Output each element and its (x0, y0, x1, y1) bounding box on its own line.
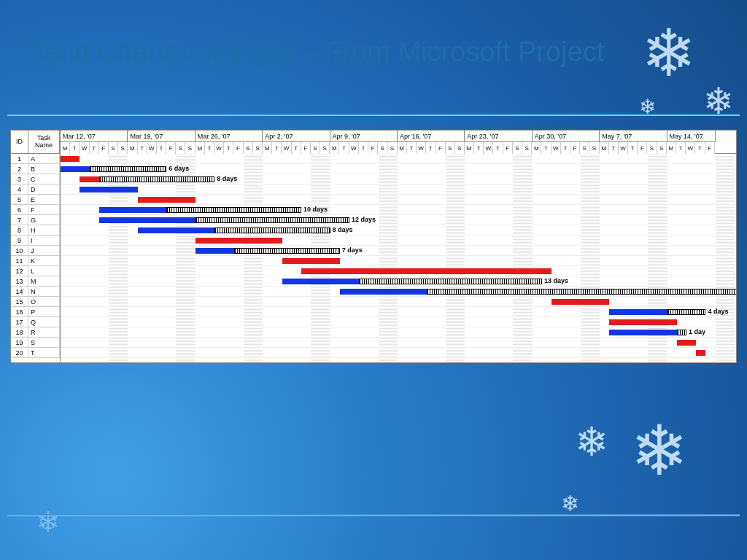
day-header: T (493, 142, 503, 154)
critical-bar (138, 197, 196, 203)
table-row: 14N (11, 287, 60, 297)
gantt-row: 4 days (61, 307, 736, 317)
gantt-row: 7 days (61, 246, 736, 256)
task-name: Q (28, 317, 60, 327)
day-header: M (667, 142, 676, 154)
task-id: 18 (11, 327, 28, 337)
day-header: S (446, 142, 455, 154)
slack-bar (90, 166, 167, 172)
day-header: S (589, 142, 599, 154)
normal-bar (609, 330, 676, 335)
day-header: T (205, 142, 214, 154)
critical-bar (61, 156, 80, 162)
table-row: 13M (11, 276, 60, 287)
task-id: 15 (11, 297, 28, 306)
day-header: F (705, 142, 715, 154)
slack-label: 6 days (169, 165, 189, 172)
gantt-row: 6 days (61, 164, 736, 174)
day-header: M (532, 142, 541, 154)
gantt-chart: ID Task Name 1A2B3C4D5E6F7G8H9I10J11K12L… (10, 130, 737, 363)
day-header: W (147, 142, 157, 154)
gantt-row: 8 days (61, 174, 736, 184)
gantt-row (61, 348, 736, 358)
slack-label: 10 days (303, 206, 328, 213)
normal-bar (99, 207, 166, 213)
table-row: 20T (11, 348, 60, 358)
task-id: 12 (11, 266, 28, 276)
task-name: S (28, 338, 60, 347)
gantt-row (61, 287, 736, 297)
day-header: S (657, 142, 667, 154)
day-header: S (109, 142, 118, 154)
week-header: Apr 16, '07 (398, 131, 465, 142)
column-header-taskname: Task Name (28, 131, 60, 154)
normal-bar (80, 187, 137, 192)
gantt-row (61, 266, 736, 276)
slack-label: 13 days (544, 277, 568, 284)
normal-bar (196, 248, 234, 254)
table-row: 4D (11, 184, 60, 195)
critical-bar (282, 258, 340, 264)
gantt-row (61, 184, 736, 195)
gantt-row: 1 day (61, 327, 736, 338)
day-header: F (638, 142, 647, 154)
table-row: 19S (11, 338, 60, 348)
gantt-row (61, 297, 736, 307)
table-row: 11K (11, 256, 60, 266)
table-row: 12L (11, 266, 60, 276)
task-name: T (28, 348, 60, 357)
task-id: 1 (11, 154, 28, 163)
day-header: T (628, 142, 638, 154)
day-header: S (522, 142, 532, 154)
critical-bar (609, 319, 676, 325)
day-header: M (465, 142, 474, 154)
gantt-row (61, 236, 736, 246)
slack-bar (214, 228, 330, 233)
snowflake-icon: ❄ (641, 15, 696, 91)
week-header: May 7, '07 (600, 131, 667, 142)
day-header: M (128, 142, 137, 154)
day-header: T (339, 142, 349, 154)
day-header: T (90, 142, 99, 154)
week-header: Apr 30, '07 (533, 131, 600, 142)
table-row: 8H (11, 225, 60, 236)
snowflake-icon: ❄ (36, 506, 60, 538)
task-name: G (28, 215, 60, 225)
day-header: S (513, 142, 522, 154)
task-name: E (28, 195, 60, 204)
day-header: F (99, 142, 109, 154)
gantt-row (61, 338, 736, 348)
day-header: S (185, 142, 195, 154)
day-header: S (244, 142, 253, 154)
normal-bar (61, 166, 90, 172)
table-row: 7G (11, 215, 60, 225)
task-id: 5 (11, 195, 28, 204)
day-header: S (378, 142, 387, 154)
day-header: M (263, 142, 272, 154)
task-name: J (28, 246, 60, 255)
day-header: T (359, 142, 368, 154)
title-underline (7, 114, 740, 116)
snowflake-icon: ❄ (630, 411, 689, 491)
week-header: Apr 23, '07 (465, 131, 532, 142)
day-header: T (157, 142, 166, 154)
day-header: W (417, 142, 426, 154)
slack-bar (99, 176, 214, 182)
task-id: 17 (11, 317, 28, 327)
day-header: F (166, 142, 176, 154)
day-header: F (233, 142, 243, 154)
table-row: 1A (11, 154, 60, 164)
week-header: Mar 12, '07 (61, 131, 128, 142)
day-header: T (272, 142, 282, 154)
task-name: C (28, 174, 60, 184)
gantt-row (61, 195, 736, 205)
task-name: A (28, 154, 60, 163)
task-id: 10 (11, 246, 28, 255)
critical-bar (80, 176, 98, 182)
day-header: T (561, 142, 570, 154)
table-row: 6F (11, 205, 60, 215)
critical-bar (196, 238, 282, 244)
week-header: Apr 2, '07 (263, 131, 330, 142)
slack-label: 8 days (217, 175, 237, 182)
slack-bar (677, 330, 686, 335)
